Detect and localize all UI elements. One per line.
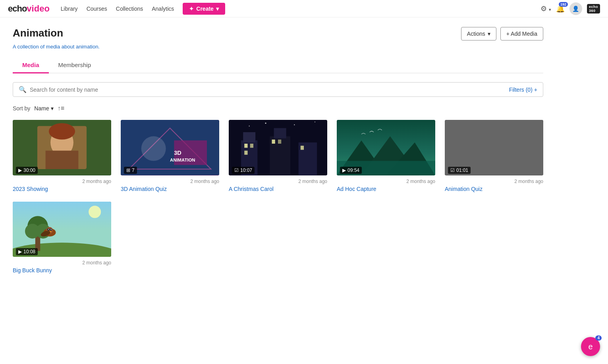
svg-rect-20 — [272, 140, 275, 144]
video-play-icon-3: ☑ — [234, 168, 239, 173]
svg-rect-18 — [250, 144, 253, 148]
duration-text-5: 01:01 — [456, 168, 468, 173]
duration-badge-6: ▶ 10:08 — [16, 248, 38, 255]
sort-select-button[interactable]: Name ▾ — [34, 105, 53, 112]
logo[interactable]: echovideo — [8, 4, 50, 14]
media-name-1[interactable]: 2023 Showing — [13, 186, 111, 192]
thumb-overlay-4: ▶ 09:54 — [337, 165, 435, 175]
chat-badge-button[interactable]: e 4 — [581, 337, 600, 356]
thumbnail-3d-animation-quiz: 3D ANIMATION ⊞ 7 — [121, 120, 219, 175]
user-icon: 👤 — [572, 6, 579, 12]
notification-badge: 192 — [559, 2, 568, 7]
search-input[interactable] — [30, 87, 506, 93]
sort-bar: Sort by Name ▾ ↑≡ — [13, 105, 543, 112]
svg-rect-19 — [244, 151, 247, 155]
media-name-5[interactable]: Animation Quiz — [445, 186, 543, 192]
sort-value: Name — [34, 105, 49, 112]
echo360-brand-badge: echo360 — [587, 4, 600, 13]
actions-button[interactable]: Actions ▾ — [461, 27, 496, 40]
svg-point-24 — [265, 123, 266, 124]
nav-link-collections[interactable]: Collections — [116, 6, 143, 12]
media-card-animation-quiz[interactable]: ☑ 01:01 2 months ago Animation Quiz — [445, 120, 543, 192]
actions-label: Actions — [467, 31, 485, 37]
sort-order-button[interactable]: ↑≡ — [58, 105, 64, 112]
logo-echo: echo — [8, 4, 27, 14]
video-play-icon-4: ▶ — [342, 168, 346, 173]
svg-point-26 — [315, 121, 315, 122]
nav-link-analytics[interactable]: Analytics — [152, 6, 174, 12]
search-bar: 🔍 Filters (0) + — [13, 82, 543, 97]
settings-chevron-icon: ▾ — [549, 7, 551, 12]
media-age-2: 2 months ago — [121, 179, 219, 184]
duration-badge-3: ☑ 10:07 — [232, 167, 255, 174]
svg-rect-15 — [274, 128, 286, 139]
subtitle-link[interactable]: A collection of media about animation. — [13, 44, 100, 50]
sort-label: Sort by — [13, 105, 30, 112]
svg-rect-22 — [301, 146, 304, 150]
filters-label: Filters (0) — [509, 87, 533, 93]
thumbnail-ad-hoc-capture: ▶ 09:54 — [337, 120, 435, 175]
logo-video: video — [27, 4, 49, 14]
chat-icon: e — [588, 342, 593, 351]
svg-rect-17 — [244, 144, 247, 148]
create-chevron-icon: ▾ — [216, 6, 219, 12]
svg-point-23 — [249, 125, 250, 126]
quiz-icon: ⊞ — [126, 168, 130, 173]
svg-text:ANIMATION: ANIMATION — [170, 158, 195, 162]
svg-text:3D: 3D — [174, 150, 181, 156]
media-card-christmas-carol[interactable]: ☑ 10:07 2 months ago A Christmas Carol — [229, 120, 327, 192]
nav-links: Library Courses Collections Analytics ✦ … — [61, 3, 540, 15]
media-name-2[interactable]: 3D Animation Quiz — [121, 186, 219, 192]
media-card-3d-animation-quiz[interactable]: 3D ANIMATION ⊞ 7 2 months ago 3D Animati… — [121, 120, 219, 192]
svg-point-45 — [51, 229, 52, 229]
quiz-icon-5: ☑ — [450, 168, 455, 173]
create-button[interactable]: ✦ Create ▾ — [183, 3, 225, 15]
thumbnail-big-buck-bunny: ▶ 10:08 — [13, 202, 111, 257]
thumb-overlay-3: ☑ 10:07 — [229, 165, 327, 175]
media-card-2023-showing[interactable]: ▶ 30:00 2 months ago 2023 Showing — [13, 120, 111, 192]
media-grid: ▶ 30:00 2 months ago 2023 Showing — [13, 120, 543, 273]
thumbnail-2023-showing: ▶ 30:00 — [13, 120, 111, 175]
thumb-overlay-5: ☑ 01:01 — [445, 165, 543, 175]
thumb-overlay-2: ⊞ 7 — [121, 165, 219, 175]
add-media-label: + Add Media — [506, 31, 537, 37]
media-name-4[interactable]: Ad Hoc Capture — [337, 186, 435, 192]
duration-text-6: 10:08 — [23, 249, 35, 254]
duration-badge-1: ▶ 30:00 — [16, 167, 38, 174]
top-navigation: echovideo Library Courses Collections An… — [0, 0, 608, 17]
duration-badge-5: ☑ 01:01 — [448, 167, 471, 174]
media-age-1: 2 months ago — [13, 179, 111, 184]
video-play-icon-6: ▶ — [18, 249, 22, 254]
settings-button[interactable]: ⚙ ▾ — [540, 4, 551, 13]
notifications-button[interactable]: 🔔 192 — [556, 4, 565, 13]
chat-badge-count: 4 — [595, 335, 602, 341]
svg-point-39 — [89, 206, 101, 218]
duration-badge-2: ⊞ 7 — [124, 167, 137, 174]
user-avatar-button[interactable]: 👤 — [569, 2, 582, 15]
page-subtitle: A collection of media about animation. — [13, 44, 543, 50]
page-content: Animation Actions ▾ + Add Media A collec… — [0, 17, 556, 283]
duration-text-4: 09:54 — [347, 168, 359, 173]
svg-point-8 — [141, 136, 166, 161]
tab-membership[interactable]: Membership — [49, 58, 101, 73]
tab-bar: Media Membership — [13, 58, 543, 73]
sort-order-icon: ↑≡ — [58, 105, 64, 112]
svg-rect-21 — [278, 140, 281, 144]
media-card-big-buck-bunny[interactable]: ▶ 10:08 2 months ago Big Buck Bunny — [13, 202, 111, 274]
add-media-button[interactable]: + Add Media — [500, 27, 543, 40]
nav-link-courses[interactable]: Courses — [87, 6, 107, 12]
video-play-icon: ▶ — [18, 168, 22, 173]
thumb-overlay-6: ▶ 10:08 — [13, 247, 111, 257]
tab-media[interactable]: Media — [13, 58, 49, 73]
filters-button[interactable]: Filters (0) + — [509, 87, 537, 93]
duration-text-3: 10:07 — [240, 168, 252, 173]
search-icon: 🔍 — [19, 86, 27, 93]
media-card-ad-hoc-capture[interactable]: ▶ 09:54 2 months ago Ad Hoc Capture — [337, 120, 435, 192]
nav-link-library[interactable]: Library — [61, 6, 78, 12]
svg-rect-13 — [243, 132, 255, 143]
media-name-6[interactable]: Big Buck Bunny — [13, 267, 111, 273]
thumb-overlay-1: ▶ 30:00 — [13, 165, 111, 175]
duration-badge-4: ▶ 09:54 — [340, 167, 362, 174]
duration-count: 7 — [132, 168, 135, 173]
media-name-3[interactable]: A Christmas Carol — [229, 186, 327, 192]
